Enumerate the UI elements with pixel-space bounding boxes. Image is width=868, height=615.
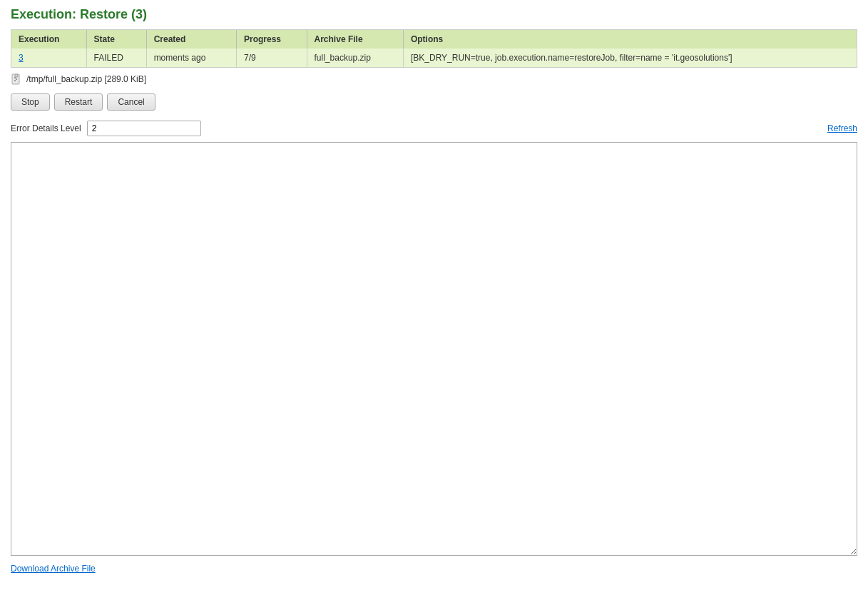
download-archive-link[interactable]: Download Archive File [11,564,96,574]
execution-progress: 7/9 [237,49,307,67]
table-row: 3 FAILED moments ago 7/9 full_backup.zip… [11,49,857,67]
execution-created: moments ago [146,49,236,67]
stop-button[interactable]: Stop [11,93,50,111]
execution-table: Execution State Created Progress Archive… [11,29,857,68]
execution-id-link[interactable]: 3 [19,53,24,63]
svg-rect-1 [15,74,18,77]
page-title: Execution: Restore (3) [11,7,857,22]
cancel-button[interactable]: Cancel [107,93,155,111]
log-output[interactable] [11,142,857,556]
col-state: State [86,30,146,49]
file-icon [11,73,22,85]
error-level-label: Error Details Level [11,123,81,133]
file-info: /tmp/full_backup.zip [289.0 KiB] [11,73,857,85]
svg-rect-3 [16,78,17,80]
svg-rect-4 [14,80,16,81]
execution-state: FAILED [86,49,146,67]
action-buttons: Stop Restart Cancel [11,93,857,111]
error-level-left: Error Details Level [11,121,201,136]
error-level-input[interactable] [87,121,201,136]
execution-options: [BK_DRY_RUN=true, job.execution.name=res… [403,49,857,67]
refresh-link[interactable]: Refresh [827,123,857,133]
col-options: Options [403,30,857,49]
restart-button[interactable]: Restart [54,93,103,111]
file-path-label: /tmp/full_backup.zip [289.0 KiB] [26,74,146,84]
col-created: Created [146,30,236,49]
error-level-row: Error Details Level Refresh [11,121,857,136]
col-execution: Execution [11,30,86,49]
col-progress: Progress [237,30,307,49]
col-archive-file: Archive File [307,30,403,49]
execution-archive-file: full_backup.zip [307,49,403,67]
svg-rect-2 [14,77,16,78]
